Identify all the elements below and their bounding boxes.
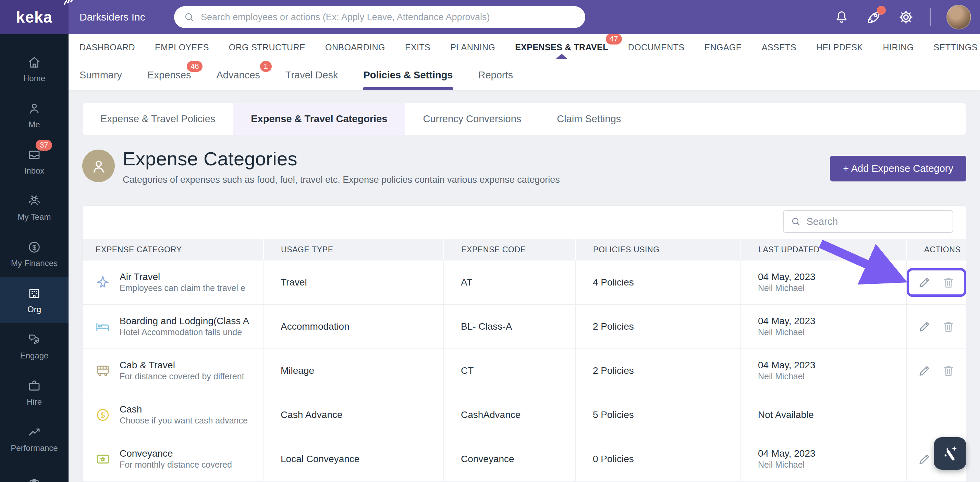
notifications-button[interactable] [834, 9, 850, 25]
category-name: Boarding and Lodging(Class A [119, 316, 249, 326]
keka-app: keka Darksiders Inc [0, 0, 980, 482]
usage-type: Travel [263, 260, 444, 304]
category-name: Conveyance [119, 448, 173, 459]
tab-hiring[interactable]: HIRING [883, 43, 914, 52]
nav-band: DASHBOARD EMPLOYEES ORG STRUCTURE ONBOAR… [68, 34, 980, 90]
tab-planning[interactable]: PLANNING [450, 43, 495, 52]
sidebar-item-me[interactable]: Me [0, 92, 68, 138]
edit-icon[interactable] [917, 319, 932, 334]
edit-icon[interactable] [917, 275, 932, 290]
dollar-icon: $ [27, 240, 41, 254]
add-expense-category-button[interactable]: + Add Expense Category [830, 156, 966, 181]
tab-employees[interactable]: EMPLOYEES [155, 43, 209, 52]
subtab-reports[interactable]: Reports [478, 60, 513, 90]
policies-using: 2 Policies [575, 349, 740, 393]
last-updated-date: 04 May, 2023 [758, 316, 816, 326]
last-updated-by: Neil Michael [758, 327, 805, 337]
edit-icon[interactable] [917, 363, 932, 378]
subtab-policies-settings[interactable]: Policies & Settings [363, 60, 453, 90]
tab-settings[interactable]: SETTINGS [934, 43, 978, 52]
sidebar-item-home[interactable]: Home [0, 46, 68, 92]
person-icon [27, 101, 41, 116]
table-body: Air Travel Employees can claim the trave… [83, 260, 966, 482]
usage-type: Local Conveyance [263, 437, 444, 481]
category-name: Air Travel [119, 271, 160, 282]
sidebar-item-inbox[interactable]: 37 Inbox [0, 138, 68, 184]
table-row[interactable]: Air Travel Employees can claim the trave… [83, 260, 966, 305]
col-actions: ACTIONS [906, 239, 966, 260]
sub-nav: Summary Expenses 46 Advances 1 Travel De… [68, 60, 980, 90]
svg-text:$: $ [32, 243, 36, 251]
home-icon [27, 55, 41, 70]
notification-dot [877, 6, 886, 15]
delete-icon[interactable] [941, 275, 956, 290]
sidebar-item-hire[interactable]: Hire [0, 369, 68, 415]
last-updated-date: 04 May, 2023 [758, 360, 816, 370]
sidebar-item-org[interactable]: Org [0, 277, 68, 323]
subtab-expenses[interactable]: Expenses 46 [147, 60, 191, 90]
expense-code: AT [444, 260, 575, 304]
expense-code: CT [444, 349, 575, 393]
category-desc: For distance covered by different [119, 371, 244, 381]
logo-sparks-icon [62, 0, 74, 5]
sidebar-item-my-finances[interactable]: $ My Finances [0, 231, 68, 277]
table-row[interactable]: $ Cash Choose if you want cash advance C… [83, 393, 966, 437]
table-search[interactable] [783, 210, 953, 233]
delete-icon[interactable] [941, 319, 956, 334]
ticket-icon [95, 451, 111, 467]
sidebar-item-my-team[interactable]: My Team [0, 184, 68, 231]
whats-new-button[interactable] [865, 9, 882, 26]
category-name: Cab & Travel [119, 360, 175, 370]
settings-button[interactable] [898, 9, 914, 25]
bed-icon [95, 319, 111, 335]
tab-helpdesk[interactable]: HELPDESK [816, 43, 863, 52]
bell-icon [834, 9, 850, 25]
sidebar-item-projects[interactable] [0, 462, 68, 482]
usage-type: Mileage [263, 349, 444, 393]
tab-documents[interactable]: DOCUMENTS [628, 43, 685, 52]
subtab-advances[interactable]: Advances 1 [216, 60, 260, 90]
clipboard-icon [27, 478, 41, 482]
left-sidebar: Home Me 37 Inbox My Team $ My Finances O… [0, 34, 68, 482]
magic-wand-button[interactable] [934, 437, 966, 470]
tab-assets[interactable]: ASSETS [762, 43, 796, 52]
page-title: Expense Categories [123, 147, 560, 170]
tab-expenses-travel[interactable]: EXPENSES & TRAVEL 47 [515, 43, 608, 52]
global-search[interactable] [174, 6, 585, 28]
briefcase-icon [27, 379, 41, 393]
tab-onboarding[interactable]: ONBOARDING [325, 43, 385, 52]
tab-exits[interactable]: EXITS [405, 43, 430, 52]
tab-engage[interactable]: ENGAGE [705, 43, 742, 52]
categories-card: EXPENSE CATEGORY USAGE TYPE EXPENSE CODE… [82, 205, 966, 482]
subtab-summary[interactable]: Summary [80, 60, 122, 90]
edit-icon[interactable] [917, 452, 932, 466]
sidebar-item-engage[interactable]: Engage [0, 323, 68, 369]
policies-using: 0 Policies [575, 437, 740, 481]
usage-type: Cash Advance [263, 393, 444, 437]
subtab-travel-desk[interactable]: Travel Desk [285, 60, 338, 90]
keka-logo[interactable]: keka [0, 0, 68, 34]
table-search-input[interactable] [807, 216, 946, 227]
last-updated-by: Neil Michael [758, 460, 805, 469]
tab-org-structure[interactable]: ORG STRUCTURE [229, 43, 305, 52]
global-search-input[interactable] [201, 12, 576, 22]
table-row[interactable]: Conveyance For monthly distance covered … [83, 437, 966, 481]
tab-dashboard[interactable]: DASHBOARD [80, 43, 135, 52]
delete-icon[interactable] [941, 363, 956, 378]
gear-icon [898, 9, 914, 25]
table-row[interactable]: Boarding and Lodging(Class A Hotel Accom… [83, 305, 966, 349]
main-nav: DASHBOARD EMPLOYEES ORG STRUCTURE ONBOAR… [68, 34, 980, 60]
col-expense-code: EXPENSE CODE [444, 239, 575, 260]
engage-chat-icon [27, 332, 41, 347]
tab-expense-travel-categories[interactable]: Expense & Travel Categories [233, 103, 405, 135]
table-row[interactable]: Cab & Travel For distance covered by dif… [83, 349, 966, 393]
category-desc: Employees can claim the travel e [119, 283, 245, 293]
col-last-updated: LAST UPDATED [740, 239, 906, 260]
tab-claim-settings[interactable]: Claim Settings [539, 103, 639, 135]
user-avatar[interactable] [947, 5, 971, 29]
sidebar-item-performance[interactable]: Performance [0, 415, 68, 462]
top-header-bar: keka Darksiders Inc [0, 0, 980, 34]
tab-expense-travel-policies[interactable]: Expense & Travel Policies [83, 103, 233, 135]
page-header: Expense Categories Categories of expense… [82, 147, 966, 189]
tab-currency-conversions[interactable]: Currency Conversions [405, 103, 539, 135]
